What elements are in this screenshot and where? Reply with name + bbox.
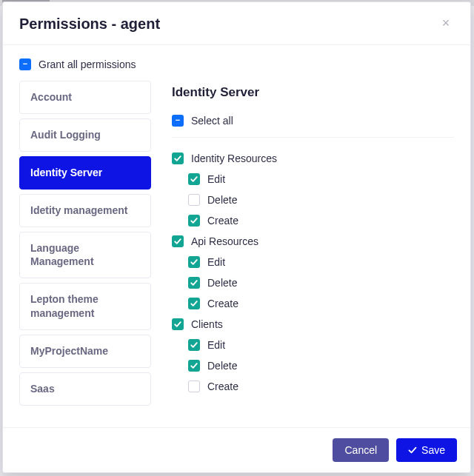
select-all-row: − Select all: [172, 115, 454, 138]
permission-label: Create: [207, 215, 238, 227]
select-all-checkbox[interactable]: −: [172, 115, 184, 127]
permission-tree: Identity ResourcesEditDeleteCreateApi Re…: [172, 148, 454, 427]
category-item[interactable]: Language Management: [19, 232, 151, 279]
grant-all-row: − Grant all permissions: [19, 58, 454, 70]
modal-footer: Cancel Save: [3, 427, 470, 472]
select-all-label: Select all: [191, 115, 233, 127]
category-item[interactable]: Lepton theme management: [19, 283, 151, 330]
permission-label: Edit: [207, 339, 225, 351]
detail-title: Identity Server: [172, 85, 454, 100]
check-icon: [408, 446, 417, 455]
cancel-label: Cancel: [344, 444, 377, 456]
category-item[interactable]: Identity Server: [19, 156, 151, 190]
save-label: Save: [421, 444, 445, 456]
permission-checkbox[interactable]: [172, 318, 184, 330]
permissions-modal: Permissions - agent × − Grant all permis…: [2, 1, 471, 473]
permission-checkbox[interactable]: [188, 360, 200, 372]
grant-all-checkbox[interactable]: −: [19, 58, 31, 70]
permission-row: Api Resources: [172, 231, 454, 252]
permission-label: Create: [207, 381, 238, 392]
cancel-button[interactable]: Cancel: [333, 438, 389, 462]
permission-row: Identity Resources: [172, 148, 454, 169]
permission-row: Edit: [172, 335, 454, 355]
category-item[interactable]: Saas: [19, 372, 151, 406]
permission-row: Delete: [172, 190, 454, 210]
category-item[interactable]: MyProjectName: [19, 335, 151, 368]
permission-checkbox[interactable]: [172, 235, 184, 247]
permission-label: Edit: [207, 256, 225, 268]
grant-all-label: Grant all permissions: [39, 58, 136, 70]
indeterminate-icon: −: [23, 60, 27, 68]
permission-checkbox[interactable]: [188, 277, 200, 289]
permission-label: Delete: [207, 277, 237, 289]
close-button[interactable]: ×: [438, 16, 454, 33]
save-button[interactable]: Save: [396, 438, 457, 462]
permission-row: Edit: [172, 252, 454, 272]
indeterminate-icon: −: [176, 116, 180, 124]
modal-header: Permissions - agent ×: [3, 2, 470, 45]
columns: AccountAudit LoggingIdentity ServerIdeti…: [19, 81, 454, 427]
permission-checkbox[interactable]: [188, 194, 200, 206]
permission-label: Identity Resources: [191, 152, 277, 164]
permission-row: Create: [172, 376, 454, 397]
modal-body: − Grant all permissions AccountAudit Log…: [3, 45, 470, 427]
permission-label: Delete: [207, 360, 237, 372]
category-list: AccountAudit LoggingIdentity ServerIdeti…: [19, 81, 151, 427]
permission-checkbox[interactable]: [188, 215, 200, 227]
permission-checkbox[interactable]: [188, 381, 200, 392]
category-item[interactable]: Idetity management: [19, 194, 151, 227]
permission-row: Edit: [172, 169, 454, 190]
permission-label: Clients: [191, 318, 223, 330]
detail-panel: Identity Server − Select all Identity Re…: [172, 81, 454, 427]
permission-checkbox[interactable]: [188, 256, 200, 268]
modal-title: Permissions - agent: [19, 16, 160, 33]
permission-label: Delete: [207, 194, 237, 206]
permission-row: Create: [172, 210, 454, 231]
permission-checkbox[interactable]: [172, 152, 184, 164]
permission-row: Delete: [172, 355, 454, 376]
permission-checkbox[interactable]: [188, 339, 200, 351]
permission-label: Edit: [207, 173, 225, 185]
permission-row: Clients: [172, 314, 454, 335]
category-item[interactable]: Audit Logging: [19, 118, 151, 152]
permission-row: Delete: [172, 272, 454, 293]
permission-checkbox[interactable]: [188, 173, 200, 185]
permission-label: Create: [207, 298, 238, 309]
permission-row: Create: [172, 293, 454, 314]
permission-label: Api Resources: [191, 235, 258, 247]
category-item[interactable]: Account: [19, 81, 151, 114]
permission-checkbox[interactable]: [188, 298, 200, 309]
